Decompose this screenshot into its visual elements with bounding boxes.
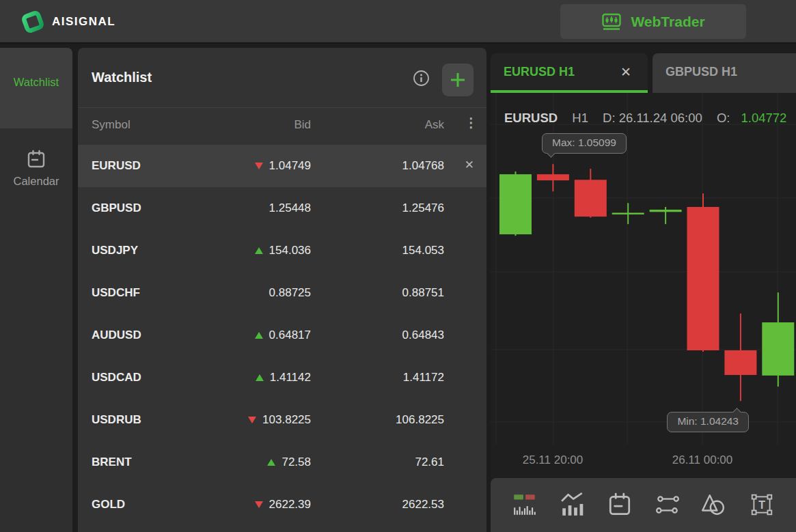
chart-symbol: EURUSD — [504, 111, 558, 125]
sidebar-item-label: Calendar — [0, 175, 72, 188]
sidebar-item-label: Watchlist — [0, 76, 72, 89]
chart-toolbar: T — [491, 478, 796, 532]
webtrader-label: WebTrader — [631, 14, 704, 30]
time-axis-label: 26.11 00:00 — [672, 453, 733, 467]
left-sidebar: Watchlist Calendar — [0, 48, 72, 532]
kebab-menu-icon[interactable]: ⋮ — [465, 115, 478, 130]
watchlist-add-icon — [26, 48, 46, 70]
remove-symbol-icon[interactable]: ✕ — [465, 158, 474, 172]
webtrader-app: AISIGNAL WebTrader — [0, 0, 796, 532]
sidebar-item-watchlist[interactable]: Watchlist — [0, 48, 72, 128]
symbol-cell: USDRUB — [92, 413, 141, 427]
chart-timeframe: H1 — [572, 111, 588, 125]
table-row[interactable]: GOLD2622.392622.53 — [78, 484, 486, 526]
info-icon[interactable] — [413, 70, 430, 87]
chart-indicators-icon[interactable] — [560, 492, 586, 518]
symbol-cell: USDJPY — [92, 244, 138, 257]
ask-cell: 106.8225 — [396, 413, 444, 427]
ask-cell: 72.61 — [415, 456, 444, 469]
ohlc-header: EURUSD H1 D: 26.11.24 06:00 O:1.04772 — [504, 111, 786, 126]
symbol-cell: USDCHF — [92, 286, 140, 300]
symbol-cell: GBPUSD — [92, 201, 141, 215]
calendar-tool-icon[interactable] — [607, 492, 633, 518]
table-row[interactable]: USDCHF0.887250.88751 — [78, 272, 486, 314]
open-label: O: — [717, 111, 730, 125]
column-symbol: Symbol — [92, 118, 131, 132]
table-row[interactable]: USDCAD1.411421.41172 — [78, 356, 486, 399]
bid-cell: 1.25448 — [269, 201, 311, 215]
table-row[interactable]: GBPUSD1.254481.25476 — [78, 187, 486, 229]
bid-cell: 0.88725 — [269, 286, 311, 300]
down-arrow-icon — [255, 163, 263, 169]
open-value: 1.04772 — [741, 111, 786, 125]
tab-label: GBPUSD H1 — [665, 65, 737, 79]
table-row[interactable]: USDJPY154.036154.053 — [78, 229, 486, 272]
down-arrow-icon — [255, 501, 263, 508]
watchlist-column-headers: Symbol Bid Ask ⋮ — [78, 113, 486, 139]
text-tool-icon[interactable]: T — [749, 492, 775, 518]
bid-cell: 2622.39 — [255, 498, 311, 512]
volume-candles-icon[interactable] — [512, 492, 538, 518]
up-arrow-icon — [256, 374, 264, 381]
symbol-cell: AUDUSD — [92, 328, 141, 342]
bid-cell: 0.64817 — [255, 328, 311, 342]
table-row[interactable]: AUDUSD0.648170.64843 — [78, 314, 486, 356]
up-arrow-icon — [267, 459, 275, 466]
symbol-cell: USDCAD — [92, 371, 141, 384]
ask-cell: 0.64843 — [402, 328, 444, 342]
bid-cell: 72.58 — [267, 456, 311, 469]
chart-canvas[interactable]: EURUSD H1 D: 26.11.24 06:00 O:1.04772 Ma… — [491, 93, 796, 478]
brand-name: AISIGNAL — [52, 15, 115, 29]
table-row[interactable]: BRENT72.5872.61 — [78, 441, 486, 484]
ask-cell: 154.053 — [402, 244, 444, 257]
ask-cell: 0.88751 — [402, 286, 444, 300]
ask-cell: 2622.53 — [402, 498, 444, 512]
shapes-icon[interactable] — [700, 492, 726, 518]
calendar-icon — [26, 149, 46, 169]
ask-cell: 1.41172 — [403, 371, 444, 384]
ask-cell: 1.25476 — [402, 201, 444, 215]
time-axis-label: 25.11 20:00 — [523, 453, 584, 467]
watchlist-rows: EURUSD1.047491.04768✕GBPUSD1.254481.2547… — [78, 145, 486, 526]
min-price-tooltip: Min: 1.04243 — [667, 412, 749, 432]
tab-gbpusd-h1[interactable]: GBPUSD H1 — [653, 53, 796, 93]
tab-label: EURUSD H1 — [504, 65, 575, 79]
column-ask: Ask — [425, 118, 444, 132]
top-bar: AISIGNAL WebTrader — [0, 0, 796, 44]
compare-segments-icon[interactable] — [655, 492, 681, 518]
webtrader-chart-icon — [601, 12, 622, 32]
bid-cell: 1.41142 — [256, 371, 311, 384]
table-row[interactable]: USDRUB103.8225106.8225 — [78, 399, 486, 441]
max-price-tooltip: Max: 1.05099 — [542, 133, 627, 154]
watchlist-panel: Watchlist Symbol Bid Ask ⋮ EURUSD1.04749… — [78, 48, 486, 532]
ask-cell: 1.04768 — [402, 159, 444, 173]
sidebar-item-calendar[interactable]: Calendar — [0, 149, 72, 188]
tab-close-icon[interactable]: ✕ — [620, 64, 631, 80]
bid-cell: 154.036 — [255, 244, 311, 257]
watchlist-title: Watchlist — [92, 70, 152, 85]
up-arrow-icon — [255, 332, 263, 339]
header-divider — [78, 107, 486, 108]
table-row[interactable]: EURUSD1.047491.04768✕ — [78, 145, 486, 187]
svg-text:T: T — [758, 499, 765, 511]
webtrader-button[interactable]: WebTrader — [560, 4, 746, 39]
up-arrow-icon — [255, 247, 263, 254]
symbol-cell: GOLD — [92, 498, 125, 512]
symbol-cell: BRENT — [92, 456, 132, 469]
brand-logo-icon — [19, 8, 46, 36]
add-symbol-button[interactable] — [442, 64, 474, 96]
chart-date: D: 26.11.24 06:00 — [603, 111, 702, 125]
column-bid: Bid — [294, 118, 311, 132]
plus-icon — [450, 72, 466, 88]
candlestick-plot — [491, 93, 796, 478]
down-arrow-icon — [248, 417, 256, 423]
bid-cell: 103.8225 — [248, 413, 311, 427]
bid-cell: 1.04749 — [255, 159, 311, 173]
tab-eurusd-h1[interactable]: EURUSD H1 ✕ — [491, 53, 648, 93]
symbol-cell: EURUSD — [92, 159, 141, 173]
